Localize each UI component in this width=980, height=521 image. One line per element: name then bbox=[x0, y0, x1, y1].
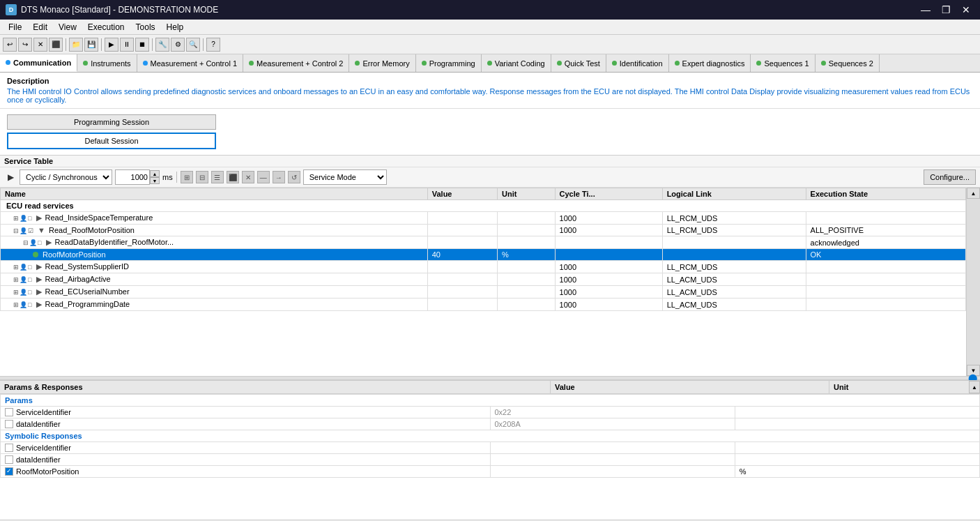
table-row[interactable]: ⊞👤□ ▶ Read_ProgrammingDate 1000 LL_ACM_U… bbox=[1, 299, 966, 311]
params-scroll-up[interactable]: ▲ bbox=[969, 381, 980, 393]
menu-help[interactable]: Help bbox=[161, 21, 190, 33]
programming-session-button[interactable]: Programming Session bbox=[7, 114, 216, 130]
table-row[interactable]: ⊟👤☑ ▼ Read_RoofMotorPosition 1000 LL_RCM… bbox=[1, 225, 966, 236]
row-name-cell: ⊞👤□ ▶ Read_ProgrammingDate bbox=[1, 299, 428, 311]
toolbar-btn-2[interactable]: ↪ bbox=[18, 38, 32, 52]
toolbar-btn-3[interactable]: ✕ bbox=[33, 38, 47, 52]
default-session-button[interactable]: Default Session bbox=[7, 133, 216, 149]
tab-label-measurement2: Measurement + Control 2 bbox=[257, 59, 343, 68]
param-unit-cell bbox=[735, 407, 979, 418]
expand-icon[interactable]: ▶ bbox=[36, 262, 42, 271]
row-unit-cell bbox=[497, 299, 555, 311]
data-table-container[interactable]: Name Value Unit Cycle Ti... Logical Link… bbox=[0, 188, 966, 376]
param-checkbox-1[interactable] bbox=[5, 408, 13, 416]
cycle-spin-up[interactable]: ▲ bbox=[150, 170, 160, 177]
menu-file[interactable]: File bbox=[3, 21, 27, 33]
menu-edit[interactable]: Edit bbox=[27, 21, 53, 33]
tab-measurement1[interactable]: Measurement + Control 1 bbox=[137, 54, 243, 72]
expand-icon[interactable]: ▶ bbox=[36, 287, 42, 296]
table-tool-icon-1[interactable]: ⊞ bbox=[181, 171, 193, 183]
tab-programming[interactable]: Programming bbox=[416, 54, 482, 72]
toolbar-btn-5[interactable]: 📁 bbox=[69, 38, 83, 52]
table-tool-icon-2[interactable]: ⊟ bbox=[196, 171, 208, 183]
service-mode-select[interactable]: Service Mode Raw Mode bbox=[303, 169, 387, 185]
tab-instruments[interactable]: Instruments bbox=[77, 54, 137, 72]
param-unit-cell bbox=[735, 418, 979, 430]
row-state-cell bbox=[806, 286, 965, 299]
tab-dot-error-memory bbox=[355, 61, 360, 66]
table-tool-icon-6[interactable]: — bbox=[257, 171, 270, 183]
cycle-mode-select[interactable]: Cyclic / Synchronous Single Shot Manual bbox=[20, 169, 112, 185]
menu-execution[interactable]: Execution bbox=[82, 21, 130, 33]
table-row[interactable]: ⊞👤□ ▶ Read_InsideSpaceTemperature 1000 L… bbox=[1, 212, 966, 225]
table-row[interactable]: ⊟👤□ ▶ ReadDataByIdentifier_RoofMotor... … bbox=[1, 236, 966, 249]
col-cycle: Cycle Ti... bbox=[555, 188, 662, 200]
table-tool-icon-5[interactable]: ✕ bbox=[242, 171, 254, 183]
scroll-up-btn[interactable]: ▲ bbox=[967, 188, 980, 199]
maximize-button[interactable]: ❐ bbox=[937, 3, 955, 17]
row-name-cell: ⊞👤□ ▶ Read_SystemSupplierID bbox=[1, 261, 428, 273]
description-text[interactable]: The HMI control IO Control allows sendin… bbox=[7, 87, 973, 104]
table-row[interactable]: RoofMotorPosition % bbox=[1, 466, 980, 478]
toolbar-btn-12[interactable]: 🔍 bbox=[186, 38, 200, 52]
tab-communication[interactable]: Communication bbox=[0, 54, 77, 72]
row-name: Read_ProgrammingDate bbox=[45, 300, 130, 308]
tab-expert-diagnostics[interactable]: Expert diagnostics bbox=[669, 54, 751, 72]
toolbar-btn-4[interactable]: ⬛ bbox=[49, 38, 63, 52]
table-tool-icon-8[interactable]: ↺ bbox=[288, 171, 300, 183]
menu-tools[interactable]: Tools bbox=[130, 21, 161, 33]
play-button[interactable]: ▶ bbox=[4, 171, 17, 183]
expand-icon[interactable]: ▼ bbox=[38, 226, 45, 234]
cycle-spin-down[interactable]: ▼ bbox=[150, 177, 160, 184]
toolbar-btn-1[interactable]: ↩ bbox=[3, 38, 17, 52]
row-value-cell bbox=[427, 261, 497, 273]
table-row[interactable]: RoofMotorPosition 40 % OK bbox=[1, 249, 966, 261]
menu-view[interactable]: View bbox=[53, 21, 82, 33]
symbolic-checkbox-3[interactable] bbox=[5, 467, 13, 476]
toolbar-btn-6[interactable]: 💾 bbox=[84, 38, 98, 52]
params-col-value: Value bbox=[551, 381, 829, 393]
tab-sequences1[interactable]: Sequences 1 bbox=[751, 54, 815, 72]
tab-sequences2[interactable]: Sequences 2 bbox=[816, 54, 880, 72]
row-cycle-cell bbox=[555, 236, 662, 249]
minimize-button[interactable]: — bbox=[917, 3, 935, 17]
table-row[interactable]: ServiceIdentifier bbox=[1, 442, 980, 454]
row-name: Read_InsideSpaceTemperature bbox=[45, 213, 153, 222]
table-row[interactable]: ⊞👤□ ▶ Read_AirbagActive 1000 LL_ACM_UDS bbox=[1, 273, 966, 286]
toolbar-btn-13[interactable]: ? bbox=[206, 38, 220, 52]
tab-dot-identification bbox=[612, 61, 617, 66]
cycle-value-input[interactable] bbox=[115, 169, 150, 185]
param-name: dataIdentifier bbox=[16, 420, 61, 428]
toolbar-btn-8[interactable]: ⏸ bbox=[120, 38, 134, 52]
table-row[interactable]: dataIdentifier bbox=[1, 454, 980, 466]
toolbar-btn-11[interactable]: ⚙ bbox=[171, 38, 185, 52]
expand-icon[interactable]: ▶ bbox=[36, 213, 42, 222]
table-tool-icon-7[interactable]: → bbox=[273, 171, 285, 183]
status-dot bbox=[33, 252, 38, 257]
tab-measurement2[interactable]: Measurement + Control 2 bbox=[243, 54, 349, 72]
table-tool-icon-4[interactable]: ⬛ bbox=[227, 171, 239, 183]
table-row[interactable]: dataIdentifier 0x208A bbox=[1, 418, 980, 430]
symbolic-label: Symbolic Responses bbox=[5, 432, 82, 440]
toolbar-btn-10[interactable]: 🔧 bbox=[155, 38, 169, 52]
tab-error-memory[interactable]: Error Memory bbox=[349, 54, 415, 72]
tab-quick-test[interactable]: Quick Test bbox=[551, 54, 606, 72]
table-row[interactable]: ⊞👤□ ▶ Read_SystemSupplierID 1000 LL_RCM_… bbox=[1, 261, 966, 273]
toolbar-btn-9[interactable]: ⏹ bbox=[135, 38, 149, 52]
param-checkbox-2[interactable] bbox=[5, 420, 13, 428]
expand-icon[interactable]: ▶ bbox=[36, 300, 42, 308]
tab-identification[interactable]: Identification bbox=[606, 54, 669, 72]
table-row[interactable]: ServiceIdentifier 0x22 bbox=[1, 407, 980, 418]
symbolic-checkbox-2[interactable] bbox=[5, 455, 13, 464]
table-tool-icon-3[interactable]: ☰ bbox=[211, 171, 224, 183]
close-button[interactable]: ✕ bbox=[958, 3, 974, 17]
row-name-cell: ⊟👤☑ ▼ Read_RoofMotorPosition bbox=[1, 225, 428, 236]
table-row[interactable]: ⊞👤□ ▶ Read_ECUserialNumber 1000 LL_ACM_U… bbox=[1, 286, 966, 299]
expand-icon[interactable]: ▶ bbox=[36, 275, 42, 283]
configure-button[interactable]: Configure... bbox=[924, 169, 976, 185]
expand-icon[interactable]: ▶ bbox=[46, 238, 52, 246]
toolbar-btn-7[interactable]: ▶ bbox=[105, 38, 118, 52]
tab-variant-coding[interactable]: Variant Coding bbox=[482, 54, 551, 72]
symbolic-checkbox-1[interactable] bbox=[5, 444, 13, 452]
row-icons: ⊞👤□ bbox=[13, 276, 31, 283]
